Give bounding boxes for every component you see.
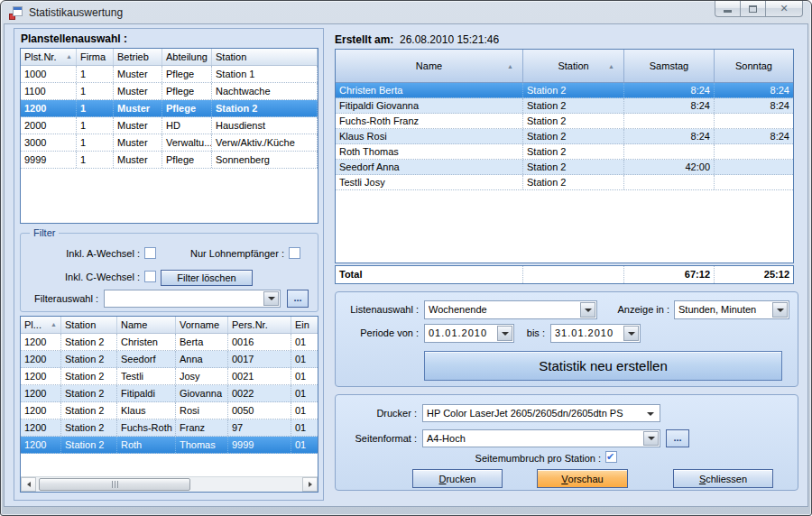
total-samstag: 67:12: [624, 266, 715, 283]
table-row[interactable]: 11001MusterPflegeNachtwache: [21, 83, 318, 100]
column-header-label: Station: [216, 51, 246, 62]
client-area: Planstellenauswahl : Plst.Nr.▲FirmaBetri…: [4, 23, 808, 507]
cell: Hausdienst: [212, 117, 318, 134]
cell: 0016: [228, 334, 291, 350]
table-row[interactable]: Klaus RosiStation 28:248:24: [336, 129, 793, 144]
column-header[interactable]: Sonntag: [715, 50, 793, 82]
bis-label: bis :: [520, 327, 545, 338]
filter-loeschen-button[interactable]: Filter löschen: [161, 270, 253, 286]
column-header-label: Ein: [295, 319, 309, 330]
periode-von-datepicker[interactable]: 01.01.2010: [424, 324, 514, 343]
cell: 9999: [21, 152, 77, 168]
table-row[interactable]: 1200Station 2SeedorfAnna001701: [21, 351, 318, 368]
cell: Franz: [176, 419, 228, 436]
table-row[interactable]: Seedorf AnnaStation 242:00: [336, 160, 793, 175]
cell: Thomas: [176, 437, 228, 453]
scroll-right-button[interactable]: [302, 477, 318, 492]
cell: Testli Josy: [336, 175, 523, 189]
column-header[interactable]: Plst.Nr.▲: [21, 49, 77, 65]
seitenformat-browse-button[interactable]: ...: [666, 429, 689, 447]
drucker-combobox[interactable]: HP Color LaserJet 2605/2605dn/2605dtn PS: [422, 404, 660, 422]
planstellen-table-header: Plst.Nr.▲FirmaBetriebAbteilungStation: [21, 49, 318, 66]
table-row[interactable]: 1200Station 2RothThomas999901: [21, 437, 318, 454]
dropdown-button[interactable]: [263, 291, 279, 306]
seitenformat-combobox[interactable]: A4-Hoch: [422, 429, 660, 447]
scrollbar-track[interactable]: [36, 477, 302, 492]
table-row[interactable]: 1200Station 2FitipaldiGiovanna002201: [21, 385, 318, 402]
minimize-button[interactable]: [715, 1, 740, 17]
periode-bis-datepicker[interactable]: 31.01.2010: [550, 324, 641, 343]
column-header[interactable]: Station: [212, 49, 318, 65]
cell: 0021: [228, 368, 291, 384]
vorschau-button[interactable]: Vorschau: [537, 469, 628, 488]
cell: 9999: [228, 437, 291, 453]
seitenformat-value: A4-Hoch: [427, 430, 641, 447]
cell: Pflege: [162, 66, 212, 82]
cell: 8:24: [715, 83, 793, 97]
chevron-down-icon: [268, 297, 275, 300]
nur-lohnempfaenger-checkbox[interactable]: [289, 247, 300, 259]
filterauswahl-browse-button[interactable]: ...: [287, 290, 309, 308]
personen-table: Pl...▲StationNameVornamePers.Nr.Ein 1200…: [20, 316, 318, 493]
listenauswahl-combobox[interactable]: Wochenende: [424, 300, 597, 319]
table-row[interactable]: Roth ThomasStation 2: [336, 144, 793, 160]
inkl-a-wechsel-checkbox[interactable]: [144, 247, 156, 259]
cell: Christen Berta: [336, 83, 523, 97]
window-controls: ✕: [715, 1, 803, 17]
table-row[interactable]: 30001MusterVerwaltu...Verw/Aktiv./Küche: [21, 134, 318, 152]
column-header[interactable]: Pl...▲: [21, 317, 61, 333]
column-header[interactable]: Station: [61, 317, 117, 333]
column-header[interactable]: Station▲: [523, 50, 624, 82]
dropdown-button[interactable]: [580, 302, 595, 318]
table-row[interactable]: 1200Station 2Fuchs-RothFranz9701: [21, 419, 318, 437]
table-row[interactable]: Testli JosyStation 2: [336, 175, 793, 190]
table-row[interactable]: 10001MusterPflegeStation 1: [21, 66, 318, 83]
cell: Klaus: [117, 402, 176, 419]
column-header[interactable]: Name▲: [336, 50, 523, 82]
close-button[interactable]: ✕: [765, 1, 803, 17]
schliessen-button[interactable]: Schliessen: [673, 469, 773, 488]
column-header[interactable]: Name: [117, 317, 176, 333]
column-header[interactable]: Abteilung: [162, 49, 212, 65]
table-row[interactable]: 99991MusterPflegeSonnenberg: [21, 152, 318, 169]
table-row[interactable]: 1200Station 2ChristenBerta001601: [21, 334, 318, 351]
column-header[interactable]: Pers.Nr.: [228, 317, 291, 333]
dropdown-button[interactable]: [623, 326, 639, 341]
cell: Verwaltu...: [162, 134, 212, 151]
inkl-c-wechsel-checkbox[interactable]: [144, 271, 156, 282]
table-row[interactable]: Fuchs-Roth FranzStation 2: [336, 114, 793, 129]
sort-asc-icon: ▲: [608, 50, 614, 82]
column-header[interactable]: Firma: [77, 49, 114, 65]
filterauswahl-combobox[interactable]: [104, 290, 281, 308]
table-row[interactable]: Christen BertaStation 28:248:24: [336, 83, 793, 98]
scrollbar-thumb[interactable]: [39, 478, 190, 491]
dropdown-button[interactable]: [772, 302, 788, 318]
dropdown-button[interactable]: [497, 326, 512, 341]
table-row[interactable]: 20001MusterHDHausdienst: [21, 117, 318, 134]
seitenformat-label: Seitenformat :: [336, 433, 417, 444]
cell: Station 2: [523, 144, 624, 159]
table-row[interactable]: 1200Station 2TestliJosy002101: [21, 368, 318, 385]
table-row[interactable]: 1200Station 2KlausRosi005001: [21, 402, 318, 419]
statistik-neu-erstellen-button[interactable]: Statistik neu erstellen: [424, 351, 782, 381]
seitenumbruch-checkbox[interactable]: [605, 451, 617, 463]
cell: 1: [77, 152, 114, 168]
column-header[interactable]: Vorname: [176, 317, 228, 333]
scroll-left-button[interactable]: [21, 477, 36, 492]
anzeige-in-combobox[interactable]: Stunden, Minuten: [674, 300, 789, 319]
maximize-button[interactable]: [740, 1, 765, 17]
app-icon-window: [13, 6, 23, 16]
arrow-right-icon: [309, 482, 312, 487]
table-row[interactable]: Fitipaldi GiovannaStation 28:248:24: [336, 98, 793, 114]
cell: [715, 144, 793, 159]
column-header[interactable]: Betrieb: [114, 49, 162, 65]
table-row[interactable]: 12001MusterPflegeStation 2: [21, 100, 318, 117]
dropdown-button[interactable]: [643, 431, 659, 446]
column-header[interactable]: Ein: [291, 317, 318, 333]
horizontal-scrollbar[interactable]: [21, 476, 318, 492]
cell: Roth Thomas: [336, 144, 523, 159]
drucken-button[interactable]: Drucken: [412, 469, 503, 488]
column-header[interactable]: Samstag: [624, 50, 715, 82]
cell: [715, 175, 793, 189]
title-bar[interactable]: Statistikauswertung ✕: [1, 1, 811, 24]
